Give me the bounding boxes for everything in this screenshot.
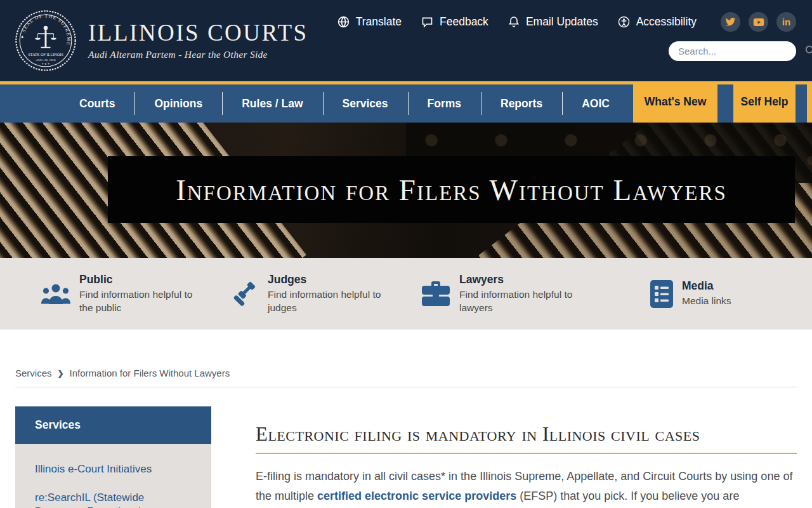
media-list-icon bbox=[650, 279, 674, 309]
heading-rule bbox=[256, 453, 797, 454]
sidebar-link-ecourt-initiatives[interactable]: Illinois e-Court Initiatives bbox=[35, 462, 192, 476]
services-sidebar: Services Illinois e-Court Initiatives re… bbox=[15, 406, 211, 508]
brand-block: ILLINOIS COURTS Audi Alteram Partem - He… bbox=[88, 21, 308, 61]
audience-desc-lawyers: Find information helpful to lawyers bbox=[459, 288, 580, 315]
audience-title-judges: Judges bbox=[268, 273, 388, 286]
audience-card-judges[interactable]: Judges Find information helpful to judge… bbox=[230, 273, 421, 315]
feedback-link[interactable]: Feedback bbox=[421, 15, 488, 29]
audience-card-public[interactable]: Public Find information helpful to the p… bbox=[41, 273, 230, 315]
site-header: ✦ SEAL OF THE SUPREME COURT STATE OF ILL… bbox=[0, 0, 812, 81]
audience-title-media: Media bbox=[682, 279, 731, 293]
speech-bubble-icon bbox=[421, 15, 434, 29]
audience-desc-public: Find information helpful to the public bbox=[79, 288, 200, 315]
nav-item-partial bbox=[807, 81, 812, 123]
bell-icon bbox=[508, 15, 520, 29]
site-tagline: Audi Alteram Partem - Hear the Other Sid… bbox=[88, 49, 308, 60]
efsp-link[interactable]: certified electronic service providers bbox=[317, 490, 516, 502]
email-updates-label: Email Updates bbox=[526, 15, 598, 29]
page-title: Information for Filers Without Lawyers bbox=[176, 173, 727, 207]
hero-section: Information for Filers Without Lawyers bbox=[0, 123, 812, 258]
seal-date-text: AUG. 26, 1818 bbox=[36, 58, 56, 62]
search-input[interactable] bbox=[678, 46, 804, 57]
nav-item-whats-new[interactable]: What's New bbox=[633, 81, 717, 123]
utility-links-row: Translate Feedback Email Updates bbox=[337, 12, 796, 32]
accessibility-label: Accessibility bbox=[636, 15, 697, 29]
sidebar-link-researchil[interactable]: re:SearchIL (Statewide Document Reposito… bbox=[35, 491, 192, 508]
audience-card-lawyers[interactable]: Lawyers Find information helpful to lawy… bbox=[421, 273, 650, 315]
breadcrumb: Services ❯ Information for Filers Withou… bbox=[15, 368, 797, 378]
sidebar-title: Services bbox=[15, 406, 211, 444]
supreme-court-seal-icon: ✦ SEAL OF THE SUPREME COURT STATE OF ILL… bbox=[14, 9, 77, 72]
audience-strip: Public Find information helpful to the p… bbox=[0, 258, 812, 330]
linkedin-icon[interactable]: in bbox=[776, 12, 796, 32]
audience-title-lawyers: Lawyers bbox=[459, 273, 580, 286]
search-icon bbox=[804, 44, 812, 58]
translate-link[interactable]: Translate bbox=[337, 15, 402, 29]
hero-banner: Information for Filers Without Lawyers bbox=[108, 156, 795, 223]
svg-text:✦ SEAL OF THE SUPREME COURT: ✦ SEAL OF THE SUPREME COURT bbox=[14, 9, 72, 46]
audience-title-public: Public bbox=[79, 273, 200, 286]
article: Electronic filing is mandatory in Illino… bbox=[256, 406, 797, 507]
seal-state-text: STATE OF ILLINOIS bbox=[28, 52, 63, 57]
home-logo-link[interactable]: ✦ SEAL OF THE SUPREME COURT STATE OF ILL… bbox=[14, 9, 308, 72]
nav-item-courts[interactable]: Courts bbox=[60, 84, 134, 123]
audience-desc-judges: Find information helpful to judges bbox=[268, 288, 388, 315]
nav-item-rules-law[interactable]: Rules / Law bbox=[222, 84, 322, 123]
svg-text:✦ ★ ✦: ✦ ★ ✦ bbox=[41, 62, 50, 65]
globe-icon bbox=[337, 15, 350, 29]
search-button[interactable] bbox=[804, 44, 812, 58]
youtube-icon[interactable] bbox=[749, 12, 768, 32]
search-box bbox=[669, 41, 796, 61]
email-updates-link[interactable]: Email Updates bbox=[508, 15, 598, 29]
article-heading: Electronic filing is mandatory in Illino… bbox=[256, 424, 797, 445]
article-paragraph: E-filing is mandatory in all civil cases… bbox=[256, 467, 797, 507]
translate-label: Translate bbox=[356, 15, 402, 29]
site-title: ILLINOIS COURTS bbox=[88, 21, 308, 46]
accessibility-icon bbox=[617, 15, 631, 29]
briefcase-icon bbox=[421, 281, 451, 307]
nav-item-services[interactable]: Services bbox=[323, 84, 408, 123]
chevron-right-icon: ❯ bbox=[58, 369, 64, 378]
main-navigation: Courts Opinions Rules / Law Services For… bbox=[0, 84, 812, 123]
social-links: in bbox=[721, 12, 796, 32]
accessibility-link[interactable]: Accessibility bbox=[617, 15, 697, 29]
breadcrumb-current: Information for Filers Without Lawyers bbox=[70, 368, 230, 378]
breadcrumb-divider bbox=[15, 387, 797, 387]
nav-item-reports[interactable]: Reports bbox=[481, 84, 562, 123]
feedback-label: Feedback bbox=[440, 15, 488, 29]
twitter-icon[interactable] bbox=[721, 12, 740, 32]
audience-card-media[interactable]: Media Media links bbox=[650, 279, 812, 309]
nav-item-self-help[interactable]: Self Help bbox=[733, 81, 796, 123]
audience-desc-media: Media links bbox=[682, 294, 731, 307]
people-icon bbox=[41, 283, 71, 305]
nav-item-opinions[interactable]: Opinions bbox=[134, 84, 222, 123]
breadcrumb-services[interactable]: Services bbox=[15, 368, 52, 378]
nav-item-forms[interactable]: Forms bbox=[408, 84, 481, 123]
gavel-icon bbox=[230, 279, 259, 309]
nav-item-aoic[interactable]: AOIC bbox=[562, 84, 629, 123]
paragraph-text-after: (EFSP) that you pick. If you believe you… bbox=[516, 490, 739, 502]
